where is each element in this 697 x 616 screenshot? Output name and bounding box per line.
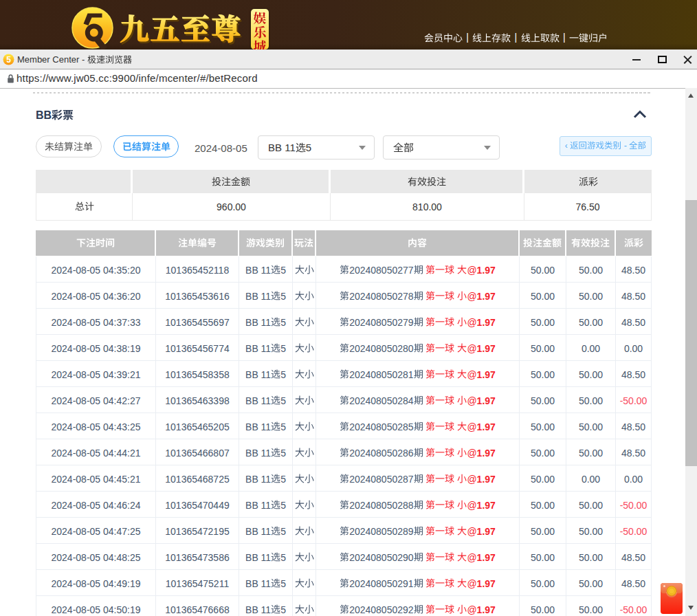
svg-text:5: 5: [6, 55, 11, 65]
